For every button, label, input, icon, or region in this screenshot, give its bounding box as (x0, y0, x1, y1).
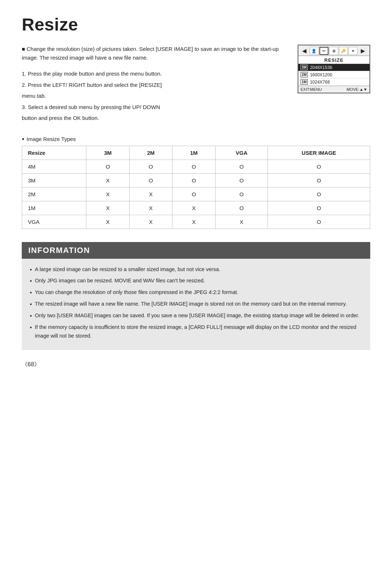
table-cell-label: VGA (22, 215, 86, 229)
cam-arrow-left-icon: ◀ (300, 47, 309, 55)
table-cell-value: O (268, 160, 370, 173)
intro-description: ■ Change the resolution (size) of pictur… (22, 45, 286, 62)
cam-badge-1m: 1M (301, 79, 308, 85)
table-cell-value: O (215, 187, 268, 201)
cam-badge-3m: 3M (301, 65, 308, 70)
table-label: Image Resize Types (22, 136, 370, 142)
info-item: The resized image will have a new file n… (30, 300, 362, 309)
table-row: VGAXXXXO (22, 215, 370, 229)
cam-star-icon: ✦ (348, 47, 358, 55)
table-cell-value: O (172, 160, 216, 173)
cam-person-icon: 👤 (310, 47, 319, 55)
table-cell-value: X (129, 187, 172, 201)
camera-ui-row-1m: 1M 1024X768 (298, 78, 369, 86)
cam-lock-icon: 🔑 (339, 47, 348, 55)
col-header-3m: 3M (86, 146, 130, 160)
table-cell-label: 2M (22, 187, 86, 201)
step-2-cont: menu tab. (22, 91, 286, 101)
table-cell-value: X (215, 215, 268, 229)
step-3-cont: button and press the OK button. (22, 113, 286, 124)
col-header-2m: 2M (129, 146, 172, 160)
cam-footer-exit: EXIT:MENU (301, 87, 322, 92)
table-cell-value: O (268, 173, 370, 187)
table-cell-label: 4M (22, 160, 86, 173)
cam-pencil-icon: ✏ (319, 47, 328, 55)
intro-block: ■ Change the resolution (size) of pictur… (22, 45, 370, 124)
step-3: 3. Select a desired sub menu by pressing… (22, 102, 286, 113)
cam-res-1m: 1024X768 (310, 80, 330, 85)
col-header-user-image: USER IMAGE (268, 146, 370, 160)
resize-table-body: 4MOOOOO3MXOOOO2MXXOOO1MXXXOOVGAXXXXO (22, 160, 370, 229)
resize-table: Resize 3M 2M 1M VGA USER IMAGE 4MOOOOO3M… (22, 146, 370, 229)
camera-ui-row-2m: 2M 1600X1200 (298, 71, 369, 78)
info-item: You can change the resolution of only th… (30, 288, 362, 297)
step-2: 2. Press the LEFT/ RIGHT button and sele… (22, 80, 286, 90)
camera-ui-title: RESIZE (298, 56, 369, 64)
table-row: 3MXOOOO (22, 173, 370, 187)
page-number: 《68》 (22, 361, 370, 368)
table-cell-value: O (268, 187, 370, 201)
table-section: Image Resize Types Resize 3M 2M 1M VGA U… (22, 136, 370, 229)
info-item: Only JPG images can be resized. MOVIE an… (30, 277, 362, 285)
table-cell-label: 3M (22, 173, 86, 187)
information-block: INFORMATION A large sized image can be r… (22, 242, 370, 350)
camera-ui-row-3m: 3M 2048X1536 (298, 64, 369, 71)
col-header-1m: 1M (172, 146, 216, 160)
intro-steps: 1. Press the play mode button and press … (22, 69, 286, 124)
cam-res-2m: 1600X1200 (310, 72, 332, 77)
col-header-resize: Resize (22, 146, 86, 160)
cam-badge-2m: 2M (301, 72, 308, 77)
intro-text: ■ Change the resolution (size) of pictur… (22, 45, 286, 124)
table-cell-label: 1M (22, 201, 86, 215)
camera-ui-icons: ◀ 👤 ✏ 🖥 🔑 ✦ ▶ (298, 45, 369, 56)
table-row: 1MXXXOO (22, 201, 370, 215)
table-cell-value: O (86, 160, 130, 173)
col-header-vga: VGA (215, 146, 268, 160)
cam-arrow-right-icon: ▶ (358, 47, 367, 55)
table-cell-value: X (86, 173, 130, 187)
step-1: 1. Press the play mode button and press … (22, 69, 286, 79)
table-cell-value: X (86, 215, 130, 229)
table-cell-value: X (86, 201, 130, 215)
camera-ui-mockup: ◀ 👤 ✏ 🖥 🔑 ✦ ▶ RESIZE 3M 2048X1536 2M 160… (298, 45, 370, 93)
table-cell-value: O (215, 173, 268, 187)
camera-ui-footer: EXIT:MENU MOVE:▲▼ (298, 86, 369, 93)
table-cell-value: O (268, 201, 370, 215)
info-item: Only two [USER IMAGE] images can be save… (30, 311, 362, 320)
info-item: A large sized image can be resized to a … (30, 265, 362, 274)
cam-screen-icon: 🖥 (329, 47, 338, 55)
table-cell-value: O (172, 187, 216, 201)
table-cell-value: X (129, 201, 172, 215)
table-cell-value: X (172, 201, 216, 215)
page-title: Resize (22, 15, 370, 35)
table-cell-value: X (86, 187, 130, 201)
table-row: 4MOOOOO (22, 160, 370, 173)
table-header-row: Resize 3M 2M 1M VGA USER IMAGE (22, 146, 370, 160)
information-body: A large sized image can be resized to a … (22, 259, 370, 350)
cam-res-3m: 2048X1536 (310, 65, 332, 70)
table-cell-value: X (172, 215, 216, 229)
table-cell-value: O (215, 201, 268, 215)
table-cell-value: O (129, 160, 172, 173)
table-cell-value: X (129, 215, 172, 229)
information-title: INFORMATION (22, 242, 370, 259)
table-cell-value: O (268, 215, 370, 229)
table-cell-value: O (215, 160, 268, 173)
cam-footer-move: MOVE:▲▼ (347, 87, 367, 92)
table-cell-value: O (129, 173, 172, 187)
table-row: 2MXXOOO (22, 187, 370, 201)
info-item: If the memory capacity is insufficient t… (30, 323, 362, 341)
table-cell-value: O (172, 173, 216, 187)
